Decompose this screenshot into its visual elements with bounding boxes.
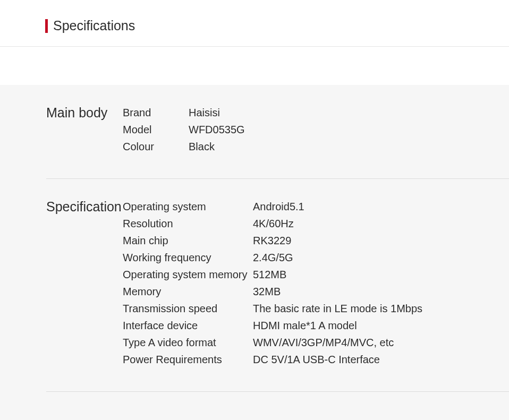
- spec-value: 512MB: [253, 266, 509, 283]
- spec-label: Type A video format: [123, 334, 253, 351]
- spec-row: Resolution 4K/60Hz: [123, 215, 509, 232]
- spec-row: Main chip RK3229: [123, 232, 509, 249]
- spec-label: Transmission speed: [123, 300, 253, 317]
- spec-row: Power Requirements DC 5V/1A USB-C Interf…: [123, 351, 509, 368]
- spec-label: Main chip: [123, 232, 253, 249]
- spec-value: HDMI male*1 A model: [253, 317, 509, 334]
- section-commodity: Commodity code 3102160016001: [46, 392, 509, 420]
- spec-label: Model: [123, 121, 189, 138]
- section-main-body: Main body Brand Haisisi Model WFD0535G C…: [46, 85, 509, 179]
- page-title: Specifications: [53, 18, 135, 33]
- specification-pairs: Operating system Android5.1 Resolution 4…: [123, 198, 509, 368]
- section-title-main-body: Main body: [46, 104, 123, 155]
- spec-row: Transmission speed The basic rate in LE …: [123, 300, 509, 317]
- spec-row: Brand Haisisi: [123, 104, 509, 121]
- spec-value: 2.4G/5G: [253, 249, 509, 266]
- section-specification: Specification Operating system Android5.…: [46, 179, 509, 392]
- accent-bar: [45, 19, 48, 33]
- spec-row: Working frequency 2.4G/5G: [123, 249, 509, 266]
- spec-body: Main body Brand Haisisi Model WFD0535G C…: [0, 85, 509, 420]
- spec-row: Operating system memory 512MB: [123, 266, 509, 283]
- spec-row: Memory 32MB: [123, 283, 509, 300]
- spec-value: The basic rate in LE mode is 1Mbps: [253, 300, 509, 317]
- section-title-specification: Specification: [46, 198, 123, 368]
- spec-row: Operating system Android5.1: [123, 198, 509, 215]
- spec-value: Haisisi: [189, 104, 509, 121]
- main-body-pairs: Brand Haisisi Model WFD0535G Colour Blac…: [123, 104, 509, 155]
- spec-row: Interface device HDMI male*1 A model: [123, 317, 509, 334]
- spec-label: Working frequency: [123, 249, 253, 266]
- spec-value: 4K/60Hz: [253, 215, 509, 232]
- spec-value: WMV/AVI/3GP/MP4/MVC, etc: [253, 334, 509, 351]
- spec-label: Power Requirements: [123, 351, 253, 368]
- spec-label: Memory: [123, 283, 253, 300]
- spec-label: Brand: [123, 104, 189, 121]
- spec-value: Android5.1: [253, 198, 509, 215]
- page-header: Specifications: [0, 0, 509, 47]
- spec-value: DC 5V/1A USB-C Interface: [253, 351, 509, 368]
- spec-value: Black: [189, 138, 509, 155]
- spec-row: Colour Black: [123, 138, 509, 155]
- spec-label: Interface device: [123, 317, 253, 334]
- spec-value: RK3229: [253, 232, 509, 249]
- spec-value: WFD0535G: [189, 121, 509, 138]
- spacer: [0, 47, 509, 85]
- spec-value: 32MB: [253, 283, 509, 300]
- spec-label: Operating system memory: [123, 266, 253, 283]
- spec-label: Resolution: [123, 215, 253, 232]
- spec-row: Model WFD0535G: [123, 121, 509, 138]
- spec-row: Type A video format WMV/AVI/3GP/MP4/MVC,…: [123, 334, 509, 351]
- spec-label: Colour: [123, 138, 189, 155]
- spec-label: Operating system: [123, 198, 253, 215]
